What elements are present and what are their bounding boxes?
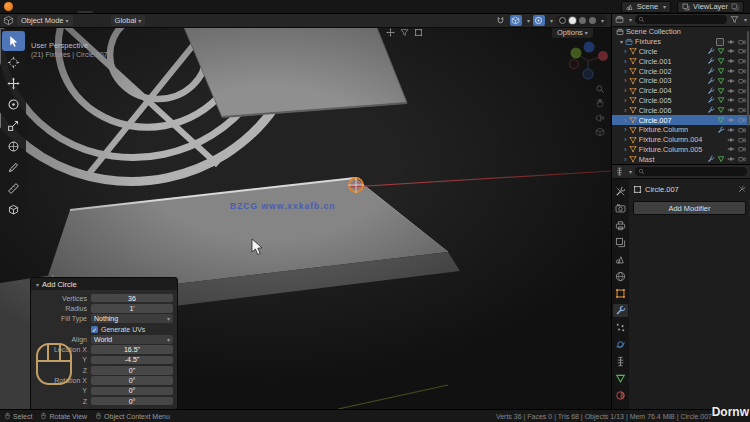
- tool-button[interactable]: [2, 94, 25, 114]
- properties-editor-caret[interactable]: [627, 167, 632, 176]
- value-field[interactable]: 16.5": [91, 345, 173, 354]
- orientation-dropdown[interactable]: Global: [111, 15, 146, 26]
- outliner-object-row[interactable]: Fixture.Column.004: [612, 135, 750, 145]
- properties-tab[interactable]: [613, 287, 628, 300]
- expand-icon[interactable]: [624, 96, 627, 105]
- options-dropdown[interactable]: Options: [552, 27, 593, 38]
- mode-dropdown[interactable]: Object Mode: [17, 15, 73, 26]
- hide-eye-icon[interactable]: [727, 38, 735, 46]
- expand-icon[interactable]: [624, 76, 627, 85]
- expand-icon[interactable]: [624, 155, 627, 164]
- xray-toggle-icon[interactable]: [414, 28, 423, 37]
- tool-button[interactable]: [2, 115, 25, 135]
- scene-collection-row[interactable]: Scene Collection: [612, 27, 750, 37]
- dropdown-field[interactable]: Nothing: [91, 314, 173, 323]
- snap-target-icon[interactable]: [510, 15, 522, 26]
- hide-eye-icon[interactable]: [727, 106, 735, 114]
- properties-tab[interactable]: [613, 355, 628, 368]
- render-visibility-icon[interactable]: [738, 136, 746, 144]
- scene-selector[interactable]: Scene: [621, 1, 671, 13]
- value-field[interactable]: -4.5": [91, 356, 173, 365]
- render-visibility-icon[interactable]: [738, 77, 746, 85]
- value-field[interactable]: 0°: [91, 376, 173, 385]
- outliner-object-row[interactable]: Circle.005: [612, 96, 750, 106]
- properties-tab[interactable]: [613, 389, 628, 402]
- exclude-checkbox[interactable]: [716, 38, 724, 46]
- outliner-object-row[interactable]: Circle.001: [612, 56, 750, 66]
- tool-button[interactable]: [2, 31, 25, 51]
- hide-eye-icon[interactable]: [727, 87, 735, 95]
- hide-eye-icon[interactable]: [727, 116, 735, 124]
- value-field[interactable]: 0°: [91, 397, 173, 406]
- render-visibility-icon[interactable]: [738, 87, 746, 95]
- workspace-tab[interactable]: [77, 11, 93, 13]
- view-layer-selector[interactable]: ViewLayer: [677, 1, 744, 13]
- hide-eye-icon[interactable]: [727, 96, 735, 104]
- shading-caret[interactable]: [599, 16, 604, 25]
- workspace-tab[interactable]: [109, 11, 125, 13]
- collection-row[interactable]: ▾ Fixtures: [612, 37, 750, 47]
- value-field[interactable]: 36: [91, 294, 173, 303]
- show-gizmo-icon[interactable]: [386, 28, 395, 37]
- tool-button[interactable]: [2, 52, 25, 72]
- expand-icon[interactable]: [624, 57, 627, 66]
- render-visibility-icon[interactable]: [738, 57, 746, 65]
- render-visibility-icon[interactable]: [738, 96, 746, 104]
- hide-eye-icon[interactable]: [727, 67, 735, 75]
- pin-icon[interactable]: [738, 185, 746, 193]
- outliner-object-row[interactable]: Circle: [612, 47, 750, 57]
- outliner-search[interactable]: [635, 15, 727, 24]
- properties-tab[interactable]: [613, 219, 628, 232]
- hide-eye-icon[interactable]: [727, 47, 735, 55]
- expand-icon[interactable]: [624, 145, 627, 154]
- hide-eye-icon[interactable]: [727, 126, 735, 134]
- properties-tab[interactable]: [613, 321, 628, 334]
- properties-tab[interactable]: [613, 304, 628, 317]
- hide-eye-icon[interactable]: [727, 155, 735, 163]
- hide-eye-icon[interactable]: [727, 145, 735, 153]
- outliner-object-row[interactable]: Mast: [612, 154, 750, 164]
- properties-tab[interactable]: [613, 270, 628, 283]
- shading-wireframe-icon[interactable]: [559, 17, 566, 24]
- properties-tab[interactable]: [613, 338, 628, 351]
- render-visibility-icon[interactable]: [738, 145, 746, 153]
- snap-caret[interactable]: [525, 16, 530, 25]
- expand-icon[interactable]: [624, 67, 627, 76]
- expand-icon[interactable]: [624, 86, 627, 95]
- tool-button[interactable]: [2, 199, 25, 219]
- dropdown-field[interactable]: World: [91, 335, 173, 344]
- value-field[interactable]: 1': [91, 304, 173, 313]
- outliner-scrollbar[interactable]: [747, 31, 749, 126]
- expand-icon[interactable]: [624, 116, 627, 125]
- add-modifier-button[interactable]: Add Modifier: [633, 201, 746, 215]
- snap-magnet-icon[interactable]: [495, 15, 507, 26]
- shading-rendered-icon[interactable]: [589, 17, 596, 24]
- properties-tab[interactable]: [613, 253, 628, 266]
- workspace-tab[interactable]: [93, 11, 109, 13]
- render-visibility-icon[interactable]: [738, 38, 746, 46]
- render-visibility-icon[interactable]: [738, 126, 746, 134]
- render-visibility-icon[interactable]: [738, 116, 746, 124]
- shading-solid-icon[interactable]: [569, 17, 576, 24]
- hide-eye-icon[interactable]: [727, 57, 735, 65]
- outliner-object-row[interactable]: Circle.007: [612, 115, 750, 125]
- properties-tab[interactable]: [613, 236, 628, 249]
- expand-icon[interactable]: [624, 125, 627, 134]
- filter-icon[interactable]: [730, 15, 739, 24]
- operator-panel-header[interactable]: Add Circle: [31, 278, 177, 290]
- scene-new-icon[interactable]: [661, 2, 666, 11]
- value-field[interactable]: 0°: [91, 387, 173, 396]
- expand-icon[interactable]: [624, 106, 627, 115]
- outliner-object-row[interactable]: Circle.004: [612, 86, 750, 96]
- properties-tab[interactable]: [613, 372, 628, 385]
- value-field[interactable]: 0": [91, 366, 173, 375]
- blender-logo-icon[interactable]: [4, 2, 13, 11]
- properties-tab[interactable]: [613, 185, 628, 198]
- tool-button[interactable]: [2, 136, 25, 156]
- outliner-object-row[interactable]: Fixture.Column.005: [612, 145, 750, 155]
- properties-search[interactable]: [635, 167, 747, 176]
- outliner-object-row[interactable]: Circle.003: [612, 76, 750, 86]
- outliner-object-row[interactable]: Fixture.Column: [612, 125, 750, 135]
- display-mode-caret[interactable]: [627, 15, 632, 24]
- tool-button[interactable]: [2, 157, 25, 177]
